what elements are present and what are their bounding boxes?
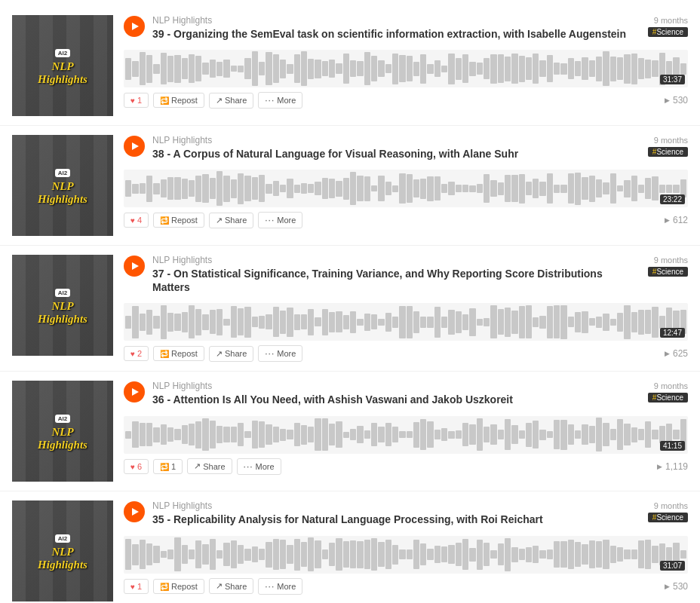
waveform-bar <box>652 430 658 439</box>
waveform-bar <box>336 421 342 448</box>
waveform-bar <box>511 311 517 333</box>
more-label: More <box>256 462 275 471</box>
waveform-bar <box>266 542 272 568</box>
share-button[interactable]: Share <box>209 213 253 228</box>
like-button[interactable]: 1 <box>124 93 149 108</box>
track-user[interactable]: NLP Highlights <box>152 500 212 511</box>
share-button[interactable]: Share <box>209 346 253 362</box>
more-button[interactable]: More <box>258 92 302 109</box>
waveform-bar <box>266 52 272 85</box>
play-button[interactable] <box>124 381 145 403</box>
waveform-bar <box>252 177 258 200</box>
share-button[interactable]: Share <box>209 93 253 109</box>
waveform-bar <box>167 549 173 560</box>
play-button[interactable] <box>124 16 145 37</box>
more-button[interactable]: More <box>258 345 302 362</box>
share-button[interactable]: Share <box>209 578 253 594</box>
more-button[interactable]: More <box>258 212 302 228</box>
track-title[interactable]: 36 - Attention Is All You Need, with Ash… <box>152 393 513 406</box>
science-tag[interactable]: #Science <box>648 513 688 522</box>
waveform-bar <box>413 179 419 197</box>
waveform-bar <box>441 546 447 562</box>
waveform-bar <box>161 305 167 339</box>
science-tag[interactable]: #Science <box>648 267 688 277</box>
waveform-bar <box>582 177 588 200</box>
waveform-bar <box>315 540 321 568</box>
waveform[interactable]: 12:47 <box>124 303 688 341</box>
track-user[interactable]: NLP Highlights <box>152 381 212 391</box>
waveform-bar <box>301 314 307 329</box>
repost-button[interactable]: Repost <box>153 346 204 361</box>
waveform-bar <box>645 60 651 78</box>
track-title[interactable]: 37 - On Statistical Significance, Traini… <box>152 267 642 294</box>
like-button[interactable]: 1 <box>124 579 149 594</box>
track-title[interactable]: 38 - A Corpus of Natural Language for Vi… <box>152 147 518 161</box>
waveform-bar <box>329 312 335 332</box>
waveform-bar <box>434 307 441 338</box>
waveform-bar <box>448 431 454 439</box>
play-button[interactable] <box>124 501 145 522</box>
waveform-bar <box>273 181 279 196</box>
title-tag-row: 37 - On Statistical Significance, Traini… <box>152 267 688 297</box>
play-button[interactable] <box>124 256 145 277</box>
waveform-bar <box>547 173 553 204</box>
repost-button[interactable]: Repost <box>153 579 204 594</box>
waveform[interactable]: 31:37 <box>124 50 688 87</box>
waveform-bar <box>259 316 265 329</box>
waveform[interactable]: 23:22 <box>124 170 688 207</box>
more-button[interactable]: More <box>237 458 281 475</box>
waveform-bar <box>364 540 370 569</box>
like-count: 6 <box>137 462 142 471</box>
waveform-bar <box>231 427 237 442</box>
track-user[interactable]: NLP Highlights <box>152 255 212 265</box>
waveform-bar <box>652 546 658 563</box>
waveform[interactable]: 31:07 <box>124 536 688 574</box>
waveform-bar <box>167 177 173 200</box>
waveform-bar <box>554 305 560 338</box>
share-label: Share <box>225 96 247 105</box>
waveform-bar <box>189 305 195 338</box>
repost-button[interactable]: Repost <box>153 213 204 228</box>
waveform-bar <box>680 63 686 75</box>
waveform-bar <box>511 547 517 562</box>
meta-top-row: NLP Highlights9 months <box>152 15 688 27</box>
more-button[interactable]: More <box>258 578 302 595</box>
waveform-bar <box>189 424 195 445</box>
track-content: NLP Highlights9 months35 - Replicability… <box>113 500 688 594</box>
waveform-bar <box>484 318 490 326</box>
waveform-bar <box>547 549 553 559</box>
waveform-bar <box>456 543 462 565</box>
waveform[interactable]: 41:15 <box>124 416 688 454</box>
play-button[interactable] <box>124 136 145 157</box>
waveform-bar <box>484 543 490 566</box>
waveform-bar <box>624 54 630 84</box>
track-title[interactable]: 39 - Organizing the SemEval task on scie… <box>152 27 626 41</box>
track-user[interactable]: NLP Highlights <box>152 15 212 26</box>
science-tag[interactable]: #Science <box>648 393 688 403</box>
like-button[interactable]: 6 <box>124 459 149 474</box>
waveform-bar <box>223 176 229 202</box>
repost-button[interactable]: 1 <box>153 459 183 474</box>
waveform-bar <box>582 57 588 80</box>
track-title[interactable]: 35 - Replicability Analysis for Natural … <box>152 513 543 526</box>
share-button[interactable]: Share <box>187 458 232 474</box>
waveform-bar <box>189 549 195 559</box>
waveform-bar <box>125 180 131 197</box>
waveform-bar <box>554 420 560 449</box>
waveform-bar <box>456 311 462 334</box>
track-user[interactable]: NLP Highlights <box>152 135 212 145</box>
like-button[interactable]: 4 <box>124 213 149 228</box>
science-tag[interactable]: #Science <box>648 27 688 37</box>
repost-button[interactable]: Repost <box>153 93 204 108</box>
waveform-bar <box>287 179 293 198</box>
waveform-bar <box>287 430 293 439</box>
ai2-badge: Al2 <box>55 49 70 57</box>
like-button[interactable]: 2 <box>124 346 149 361</box>
science-tag[interactable]: #Science <box>648 147 688 157</box>
waveform-bar <box>631 54 637 84</box>
waveform-bar <box>336 311 342 332</box>
repost-icon <box>160 349 169 358</box>
waveform-bar <box>645 421 651 448</box>
waveform-bar <box>631 549 637 559</box>
waveform-bar <box>308 309 314 336</box>
